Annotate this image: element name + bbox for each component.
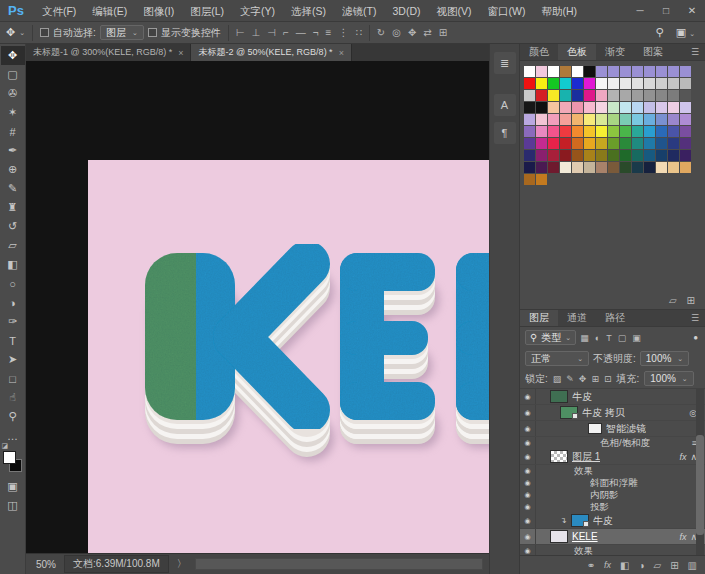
swatch-1-2[interactable] [548,78,559,89]
tab-色板[interactable]: 色板 [558,44,596,60]
paragraph-panel-button[interactable]: ¶ [494,122,516,144]
swatch-2-10[interactable] [644,90,655,101]
filter-pixel-layers-icon[interactable]: ▦ [580,333,589,343]
crop-tool[interactable]: # [1,122,25,141]
swatch-5-10[interactable] [644,126,655,137]
visibility-eye-icon[interactable]: ◉ [520,405,536,420]
link-layers-button[interactable]: ⚭ [587,560,595,571]
swatch-6-6[interactable] [596,138,607,149]
layer-row-12[interactable]: ◉效果 [520,545,705,555]
layer-name[interactable]: 效果 [574,545,593,556]
swatch-2-7[interactable] [608,90,619,101]
workspace-switcher-icon[interactable]: ▣ ⌄ [676,26,695,39]
menu-item-4[interactable]: 文字(Y) [232,0,283,22]
lock-position-icon[interactable]: ✥ [579,374,587,384]
swatch-0-11[interactable] [656,66,667,77]
layer-thumbnail[interactable] [550,530,568,543]
swatch-4-0[interactable] [524,114,535,125]
lock-artboard-icon[interactable]: ⊞ [591,374,599,384]
layer-name[interactable]: 智能滤镜 [606,422,646,436]
distribute-h-icon[interactable]: ⋮ [338,27,348,38]
swatch-7-7[interactable] [608,150,619,161]
new-swatch-button[interactable]: ⊞ [687,295,695,306]
swatch-7-2[interactable] [548,150,559,161]
swatch-0-8[interactable] [620,66,631,77]
swatch-5-7[interactable] [608,126,619,137]
swatch-9-0[interactable] [524,174,535,185]
swatch-2-8[interactable] [620,90,631,101]
swatch-7-11[interactable] [656,150,667,161]
foreground-color-swatch[interactable] [3,451,16,464]
3d-rotate-icon[interactable]: ↻ [377,27,385,38]
menu-item-8[interactable]: 视图(V) [429,0,480,22]
swatch-8-6[interactable] [596,162,607,173]
swatch-7-8[interactable] [620,150,631,161]
layer-name[interactable]: 色相/饱和度 [600,437,650,450]
layer-name[interactable]: 牛皮 [572,390,592,404]
swatch-5-4[interactable] [572,126,583,137]
swatch-8-10[interactable] [644,162,655,173]
fx-icon[interactable]: fx [679,452,686,462]
new-adjustment-layer-button[interactable]: ◑ [638,560,644,571]
history-brush-tool[interactable]: ↺ [1,217,25,236]
swatch-4-6[interactable] [596,114,607,125]
swatch-8-4[interactable] [572,162,583,173]
layer-name[interactable]: 牛皮 拷贝 [582,406,625,420]
maximize-button[interactable]: □ [653,0,679,22]
align-top-icon[interactable]: ⌐ [283,27,289,38]
layer-thumbnail[interactable] [560,406,578,419]
lock-image-pixels-icon[interactable]: ✎ [566,374,574,384]
visibility-eye-icon[interactable]: ◉ [520,449,536,464]
status-chevron-icon[interactable]: 〉 [177,557,187,571]
swatch-8-3[interactable] [560,162,571,173]
visibility-eye-icon[interactable]: ◉ [520,421,536,436]
layer-thumbnail[interactable] [588,423,602,434]
blur-tool[interactable]: ○ [1,274,25,293]
close-button[interactable]: ✕ [679,0,705,22]
swatch-4-8[interactable] [620,114,631,125]
layer-style-button[interactable]: fx [604,560,611,570]
swatch-6-13[interactable] [680,138,691,149]
swatch-2-12[interactable] [668,90,679,101]
swatch-4-1[interactable] [536,114,547,125]
add-layer-mask-button[interactable]: ◧ [620,560,629,571]
character-panel-button[interactable]: A [494,94,516,116]
layer-row-4[interactable]: ◉色相/饱和度≡ [520,437,705,449]
menu-item-9[interactable]: 窗口(W) [480,0,534,22]
layer-thumbnail[interactable] [550,390,568,403]
swatch-4-9[interactable] [632,114,643,125]
swatch-2-0[interactable] [524,90,535,101]
swatch-0-1[interactable] [536,66,547,77]
layer-thumbnail[interactable] [571,514,589,527]
swatch-3-7[interactable] [608,102,619,113]
lasso-tool[interactable]: ✇ [1,84,25,103]
swatch-0-6[interactable] [596,66,607,77]
swatch-2-3[interactable] [560,90,571,101]
swatch-0-3[interactable] [560,66,571,77]
swatch-6-11[interactable] [656,138,667,149]
tool-preset-caret-icon[interactable]: ⌄ [19,29,25,37]
swatch-8-5[interactable] [584,162,595,173]
swatch-8-2[interactable] [548,162,559,173]
rectangular-marquee-tool[interactable]: ▢ [1,65,25,84]
swatch-1-7[interactable] [608,78,619,89]
search-icon[interactable]: ⚲ [656,26,664,39]
horizontal-scrollbar[interactable] [195,558,483,570]
delete-layer-button[interactable]: ▥ [688,560,697,571]
swatch-7-3[interactable] [560,150,571,161]
auto-select-checkbox[interactable] [40,28,49,37]
swatch-4-5[interactable] [584,114,595,125]
swatch-2-4[interactable] [572,90,583,101]
properties-panel-button[interactable]: ≣ [494,52,516,74]
document-tab-2[interactable]: 未标题-2 @ 50%(KELE, RGB/8) *× [191,44,351,61]
auto-select-dropdown[interactable]: 图层 ⌄ [100,25,144,40]
swatch-3-3[interactable] [560,102,571,113]
swatch-4-12[interactable] [668,114,679,125]
swatch-8-7[interactable] [608,162,619,173]
swatch-1-12[interactable] [668,78,679,89]
visibility-eye-icon[interactable]: ◉ [520,437,536,449]
layer-name[interactable]: 图层 1 [572,450,600,464]
menu-item-10[interactable]: 帮助(H) [533,0,585,22]
visibility-eye-icon[interactable]: ◉ [520,465,536,477]
menu-item-6[interactable]: 滤镜(T) [334,0,384,22]
